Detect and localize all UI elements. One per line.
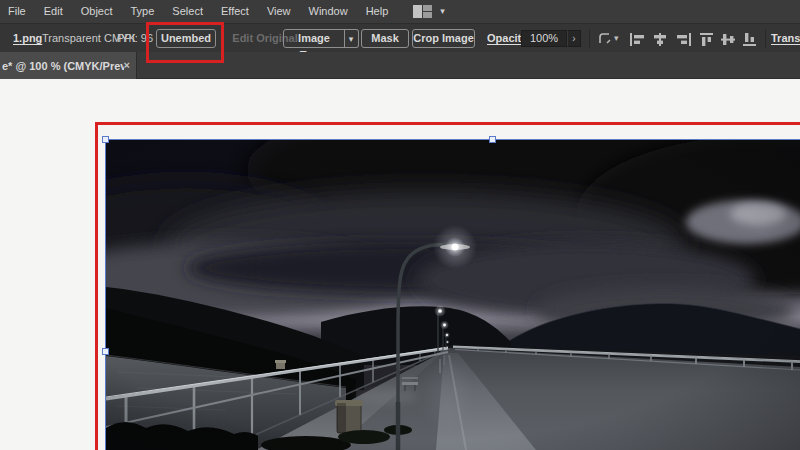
- workspace-grid-icon: [413, 5, 433, 18]
- control-bar: 1.png Transparent CMYK PPI: 96 Unembed E…: [0, 23, 800, 52]
- selection-handle-left-middle[interactable]: [102, 348, 109, 355]
- menu-effect[interactable]: Effect: [212, 0, 258, 23]
- document-tab-bar: e* @ 100 % (CMYK/Preview) ×: [0, 52, 800, 79]
- align-right-icon[interactable]: [675, 32, 691, 45]
- menu-type[interactable]: Type: [122, 0, 164, 23]
- crop-image-button[interactable]: Crop Image: [412, 29, 475, 48]
- menu-select[interactable]: Select: [163, 0, 212, 23]
- selection-handle-top-left[interactable]: [102, 136, 109, 143]
- separator: [765, 29, 766, 48]
- shape-options-icon[interactable]: [597, 31, 612, 50]
- menu-object[interactable]: Object: [72, 0, 122, 23]
- separator: [589, 29, 590, 48]
- menu-file[interactable]: File: [0, 0, 35, 23]
- bridge-night-photo: [106, 140, 800, 450]
- align-bottom-icon[interactable]: [743, 32, 759, 45]
- linked-file-name[interactable]: 1.png: [13, 24, 42, 53]
- align-horizontal-center-icon[interactable]: [652, 32, 668, 45]
- mask-button[interactable]: Mask: [361, 29, 409, 48]
- menu-bar: File Edit Object Type Select Effect View…: [0, 0, 800, 23]
- menu-edit[interactable]: Edit: [35, 0, 72, 23]
- align-vertical-center-icon[interactable]: [721, 32, 737, 45]
- opacity-stepper[interactable]: ›: [567, 30, 581, 47]
- image-trace-button[interactable]: Image Trace: [283, 29, 345, 48]
- document-tab-title: e* @ 100 % (CMYK/Preview): [2, 60, 124, 72]
- document-tab[interactable]: e* @ 100 % (CMYK/Preview) ×: [0, 52, 137, 79]
- ppi-info: PPI: 96: [117, 24, 153, 53]
- selection-outline-left: [105, 140, 106, 450]
- corner-widget-glyph: [597, 31, 612, 46]
- placed-image[interactable]: [106, 140, 800, 450]
- shape-options-chevron-icon[interactable]: ▾: [614, 24, 619, 53]
- selection-handle-top-center[interactable]: [489, 136, 496, 143]
- menu-help[interactable]: Help: [357, 0, 398, 23]
- tab-close-icon[interactable]: ×: [124, 60, 130, 71]
- image-trace-chevron-icon[interactable]: ▾: [344, 29, 359, 48]
- chevron-down-icon: ▾: [440, 0, 445, 23]
- transform-link[interactable]: Transform: [771, 24, 800, 53]
- opacity-value-field[interactable]: 100%: [521, 30, 567, 47]
- align-left-icon[interactable]: [630, 32, 646, 45]
- align-top-icon[interactable]: [700, 32, 716, 45]
- workspace-switcher[interactable]: ▾: [413, 0, 445, 23]
- menu-view[interactable]: View: [258, 0, 300, 23]
- unembed-button[interactable]: Unembed: [156, 29, 216, 48]
- selection-outline-top: [106, 139, 800, 140]
- menu-window[interactable]: Window: [300, 0, 357, 23]
